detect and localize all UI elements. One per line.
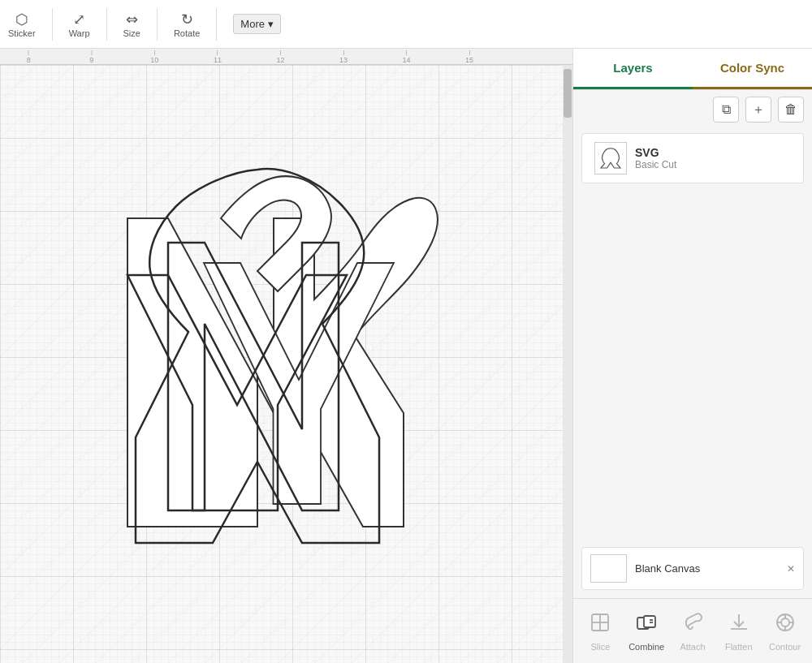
blank-canvas-section: Blank Canvas ✕ <box>573 539 812 598</box>
rotate-tool[interactable]: ↻ Rotate <box>174 11 200 38</box>
tab-color-sync[interactable]: Color Sync <box>693 49 812 89</box>
layer-info: SVG Basic Cut <box>635 146 791 170</box>
slice-action[interactable]: Slice <box>580 611 620 652</box>
svg-rect-4 <box>644 616 655 627</box>
separator3 <box>157 8 158 41</box>
combine-icon <box>635 611 658 639</box>
contour-action[interactable]: Contour <box>765 611 806 652</box>
ruler-tick-9: 9 <box>89 50 93 64</box>
blank-canvas-label: Blank Canvas <box>635 562 700 575</box>
separator <box>52 8 53 41</box>
blank-canvas-item[interactable]: Blank Canvas ✕ <box>581 547 804 590</box>
ruler-tick-12: 12 <box>276 50 284 64</box>
ruler-tick-15: 15 <box>465 50 473 64</box>
sticker-tool[interactable]: ⬡ Sticker <box>8 11 36 38</box>
panel-tabs: Layers Color Sync <box>573 49 812 90</box>
delete-icon[interactable]: 🗑 <box>778 97 804 123</box>
ny-logo-svg[interactable] <box>63 137 452 592</box>
blank-canvas-thumb <box>590 554 627 583</box>
ruler: 8 9 10 11 12 13 14 15 <box>0 49 572 65</box>
flatten-action[interactable]: Flatten <box>719 611 759 652</box>
slice-icon <box>589 611 611 639</box>
ruler-tick-11: 11 <box>214 50 222 64</box>
layer-type: Basic Cut <box>635 159 791 170</box>
attach-icon <box>681 611 704 639</box>
blank-canvas-close[interactable]: ✕ <box>787 563 795 575</box>
separator2 <box>106 8 107 41</box>
bottom-action-bar: Slice Combine <box>573 598 812 663</box>
size-icon: ⇔ <box>126 11 138 28</box>
main-area: 8 9 10 11 12 13 14 15 <box>0 49 812 663</box>
ruler-tick-10: 10 <box>150 50 158 64</box>
layer-thumbnail <box>594 142 627 174</box>
separator4 <box>216 8 217 41</box>
duplicate-icon[interactable]: ⧉ <box>713 97 739 123</box>
ruler-tick-8: 8 <box>27 50 31 64</box>
canvas-wrapper[interactable] <box>0 65 572 663</box>
warp-tool[interactable]: ⤢ Warp <box>69 11 90 38</box>
right-panel: Layers Color Sync ⧉ ＋ 🗑 SVG Basic Cut <box>572 49 812 663</box>
panel-icons-row: ⧉ ＋ 🗑 <box>573 90 812 129</box>
sticker-icon: ⬡ <box>15 11 28 28</box>
warp-icon: ⤢ <box>73 11 85 28</box>
size-tool[interactable]: ⇔ Size <box>123 11 140 38</box>
tab-layers[interactable]: Layers <box>573 49 693 89</box>
flatten-icon <box>728 611 750 639</box>
attach-action[interactable]: Attach <box>672 611 713 652</box>
more-button[interactable]: More ▾ <box>233 14 280 34</box>
ruler-tick-13: 13 <box>339 50 348 64</box>
toolbar: ⬡ Sticker ⤢ Warp ⇔ Size ↻ Rotate More ▾ <box>0 0 812 49</box>
combine-action[interactable]: Combine <box>626 611 667 652</box>
panel-spacer <box>573 187 812 539</box>
layer-name: SVG <box>635 146 791 159</box>
rotate-icon: ↻ <box>181 11 193 28</box>
ruler-tick-14: 14 <box>403 50 411 64</box>
layer-item[interactable]: SVG Basic Cut <box>581 133 804 183</box>
scrollbar-thumb[interactable] <box>564 69 572 118</box>
svg-point-9 <box>781 618 789 626</box>
contour-icon <box>774 611 797 639</box>
canvas-area: 8 9 10 11 12 13 14 15 <box>0 49 572 663</box>
vertical-scrollbar[interactable] <box>563 65 572 663</box>
add-layer-icon[interactable]: ＋ <box>745 97 771 123</box>
